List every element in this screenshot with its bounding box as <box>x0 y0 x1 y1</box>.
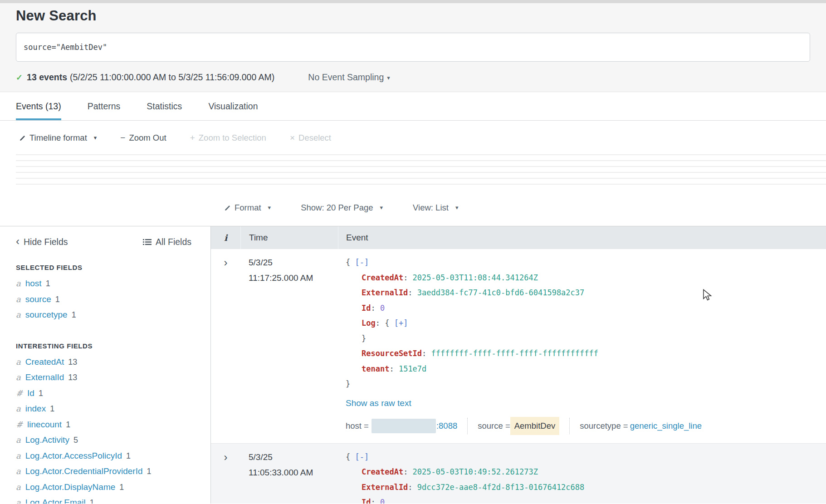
field-name-externalid[interactable]: ExternalId <box>25 372 64 382</box>
json-punct: : <box>403 273 412 282</box>
fields-sidebar-header: ‹ Hide Fields All Fields <box>16 236 210 247</box>
hide-fields-button[interactable]: ‹ Hide Fields <box>16 236 68 247</box>
json-line: ResourceSetId: ffffffff-ffff-ffff-ffff-f… <box>346 346 826 362</box>
string-field-icon: a <box>16 357 21 367</box>
json-expand-toggle[interactable]: [+] <box>394 318 408 328</box>
string-field-icon: a <box>16 498 21 504</box>
zoom-out-button[interactable]: − Zoom Out <box>120 133 166 143</box>
string-field-icon: a <box>16 294 21 304</box>
event-column-header: Event <box>338 226 826 249</box>
list-icon <box>143 239 152 245</box>
close-icon: × <box>290 133 295 143</box>
per-page-dropdown[interactable]: Show: 20 Per Page▾ <box>301 203 383 213</box>
field-name-host[interactable]: host <box>25 279 42 288</box>
show-raw-text-link[interactable]: Show as raw text <box>346 396 826 411</box>
json-punct: } <box>362 334 366 343</box>
field-name-sourcetype[interactable]: sourcetype <box>25 310 68 319</box>
field-row: aLog.Actor.AccessPolicyId1 <box>16 448 210 464</box>
json-key: Log <box>362 318 376 328</box>
field-name-createdat[interactable]: CreatedAt <box>25 357 64 367</box>
json-punct: : <box>422 349 431 358</box>
field-distinct-count: 1 <box>90 498 94 504</box>
interesting-fields-header: INTERESTING FIELDS <box>16 342 210 350</box>
json-line: Id: 0 <box>346 301 826 316</box>
field-name-index[interactable]: index <box>25 404 46 413</box>
selected-fields-list: ahost1asource1asourcetype1 <box>16 276 210 323</box>
json-line: } <box>346 377 826 392</box>
format-label: Format <box>235 203 261 213</box>
json-line: Log: { [+] <box>346 316 826 331</box>
tab-patterns[interactable]: Patterns <box>88 92 121 120</box>
view-dropdown[interactable]: View: List▾ <box>413 203 458 213</box>
field-name-linecount[interactable]: linecount <box>27 420 62 429</box>
field-name-log.actor.email[interactable]: Log.Actor.Email <box>25 498 86 504</box>
string-field-icon: a <box>16 451 21 460</box>
field-name-id[interactable]: Id <box>27 388 34 398</box>
string-field-icon: a <box>16 279 21 288</box>
field-name-log.actor.accesspolicyid[interactable]: Log.Actor.AccessPolicyId <box>25 451 122 460</box>
json-punct: : <box>371 498 380 504</box>
json-line: CreatedAt: 2025-05-03T11:08:44.341264Z <box>346 270 826 286</box>
field-name-source[interactable]: source <box>25 294 51 304</box>
field-distinct-count: 1 <box>126 451 131 460</box>
field-name-log.actor.credentialproviderid[interactable]: Log.Actor.CredentialProviderId <box>25 466 143 476</box>
fields-sidebar: ‹ Hide Fields All Fields SELECTED FIELDS… <box>0 226 211 504</box>
json-expand-toggle[interactable]: [-] <box>355 452 369 461</box>
json-punct: : <box>389 364 398 373</box>
chevron-down-icon: ▾ <box>268 204 271 211</box>
sourcetype-field-label: sourcetype = <box>580 418 628 434</box>
field-separator <box>569 418 570 434</box>
zoom-to-selection-button: + Zoom to Selection <box>190 133 266 143</box>
format-dropdown[interactable]: Format▾ <box>224 203 271 213</box>
json-string-value: 2025-05-03T11:08:44.341264Z <box>413 273 538 282</box>
expand-event-chevron-icon[interactable]: › <box>224 255 228 270</box>
json-punct: { <box>346 452 355 461</box>
json-punct: : <box>408 288 417 297</box>
event-body-cell: { [-]CreatedAt: 2025-05-03T11:08:44.3412… <box>338 255 826 435</box>
timeline-format-dropdown[interactable]: Timeline format▾ <box>19 133 97 143</box>
tab-visualization[interactable]: Visualization <box>208 92 258 120</box>
events-panel: i Time Event ›5/3/2511:17:25.000 AM{ [-]… <box>211 226 826 504</box>
string-field-icon: a <box>16 310 21 319</box>
timeline-histogram[interactable] <box>16 154 826 187</box>
search-input[interactable]: source="AembitDev" <box>16 33 810 62</box>
tab-statistics[interactable]: Statistics <box>147 92 182 120</box>
expand-event-chevron-icon[interactable]: › <box>224 450 228 465</box>
timeline-toolbar: Timeline format▾ − Zoom Out + Zoom to Se… <box>0 130 826 146</box>
tab-events[interactable]: Events (13) <box>16 92 61 120</box>
event-time-cell[interactable]: 5/3/2511:05:33.000 AM <box>240 450 338 504</box>
field-name-log.activity[interactable]: Log.Activity <box>25 435 69 445</box>
event-timestamp: 11:05:33.000 AM <box>249 465 338 480</box>
source-value-highlighted[interactable]: AembitDev <box>510 417 559 435</box>
field-distinct-count: 1 <box>147 467 152 476</box>
deselect-button: × Deselect <box>290 133 331 143</box>
json-string-value: 2025-05-03T10:49:52.261273Z <box>413 467 538 476</box>
json-key: ExternalId <box>362 288 408 297</box>
json-key: tenant <box>362 364 389 373</box>
field-distinct-count: 13 <box>68 373 77 382</box>
time-column-header[interactable]: Time <box>240 226 338 249</box>
field-row: ahost1 <box>16 276 210 292</box>
json-punct: : <box>403 467 412 476</box>
json-line: { [-] <box>346 255 826 270</box>
field-row: #Id1 <box>16 386 210 401</box>
host-port-value[interactable]: :8088 <box>436 418 457 434</box>
time-range-label: (5/2/25 11:00:00.000 AM to 5/3/25 11:56:… <box>70 72 274 83</box>
minus-icon: − <box>120 133 125 143</box>
field-name-log.actor.displayname[interactable]: Log.Actor.DisplayName <box>25 482 116 492</box>
zoom-to-selection-label: Zoom to Selection <box>199 133 266 143</box>
event-count-label: 13 events <box>27 72 67 83</box>
event-info-cell: › <box>211 450 240 504</box>
string-field-icon: a <box>16 466 21 476</box>
json-expand-toggle[interactable]: [-] <box>355 258 369 267</box>
event-sampling-dropdown[interactable]: No Event Sampling▾ <box>308 72 390 83</box>
event-date: 5/3/25 <box>249 255 338 270</box>
all-fields-button[interactable]: All Fields <box>143 237 191 247</box>
json-number-value: 0 <box>380 498 385 504</box>
json-punct: } <box>346 379 350 388</box>
json-line: { [-] <box>346 450 826 465</box>
search-complete-check-icon: ✓ <box>16 73 23 83</box>
event-time-cell[interactable]: 5/3/2511:17:25.000 AM <box>240 255 338 435</box>
sourcetype-value[interactable]: generic_single_line <box>630 418 702 434</box>
json-key: CreatedAt <box>362 273 403 282</box>
